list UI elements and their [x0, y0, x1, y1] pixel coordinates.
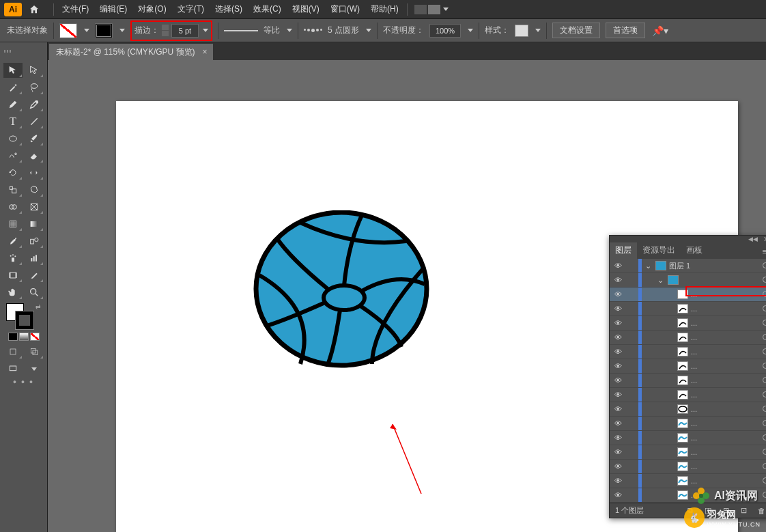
eyedropper-tool[interactable] [3, 234, 23, 249]
fill-swatch[interactable] [59, 23, 77, 38]
free-transform-tool[interactable] [25, 182, 44, 197]
layer-name[interactable]: ... [691, 448, 758, 456]
target-icon[interactable] [758, 276, 766, 284]
expand-toggle[interactable]: ⌄ [643, 262, 653, 270]
column-graph-tool[interactable] [25, 251, 44, 266]
layer-name[interactable]: 图层 1 [669, 261, 758, 271]
layer-row-path[interactable]: 👁... [610, 374, 766, 388]
menu-window[interactable]: 窗口(W) [325, 1, 365, 18]
layer-name[interactable]: ... [691, 348, 758, 356]
target-icon[interactable] [758, 376, 766, 384]
layer-row-path[interactable]: 👁... [610, 431, 766, 445]
color-mode-none[interactable] [30, 333, 40, 341]
target-icon[interactable] [758, 391, 766, 399]
layer-row-path[interactable]: 👁... [610, 316, 766, 331]
layer-row-top[interactable]: 👁 ⌄ 图层 1 [610, 259, 766, 273]
panel-menu-icon[interactable]: ≡ [762, 247, 766, 257]
draw-mode-behind[interactable] [25, 344, 44, 359]
menu-select[interactable]: 选择(S) [210, 1, 248, 18]
target-icon[interactable] [758, 362, 766, 370]
tab-layers[interactable]: 图层 [610, 242, 637, 259]
target-icon[interactable] [758, 462, 766, 471]
visibility-toggle[interactable]: 👁 [610, 262, 626, 270]
expand-toggle[interactable]: ⌄ [655, 276, 665, 285]
layer-name[interactable]: ... [691, 462, 758, 471]
layer-row-path[interactable]: 👁... [610, 417, 766, 431]
layer-name[interactable]: ... [691, 477, 758, 485]
target-icon[interactable] [758, 333, 766, 341]
symbol-sprayer-tool[interactable] [3, 251, 23, 266]
panel-drag-bar[interactable]: ◀◀ ✕ [610, 236, 766, 242]
visibility-toggle[interactable]: 👁 [610, 434, 626, 442]
document-setup-button[interactable]: 文档设置 [552, 23, 600, 38]
scale-tool[interactable] [3, 182, 23, 197]
hand-tool[interactable] [3, 285, 23, 300]
type-tool[interactable]: T [3, 114, 23, 129]
layer-row-path[interactable]: 👁... [610, 331, 766, 345]
fill-stroke-indicator[interactable]: ⇄ [3, 302, 44, 331]
target-icon[interactable] [758, 290, 766, 298]
stroke-weight-input[interactable]: 5 pt [171, 24, 199, 38]
uniform-dropdown[interactable] [287, 29, 292, 32]
curvature-tool[interactable] [25, 97, 44, 112]
layer-row-path[interactable]: 👁... [610, 402, 766, 417]
target-icon[interactable] [758, 305, 766, 313]
slice-tool[interactable] [25, 268, 44, 283]
uniform-label[interactable]: 等比 [264, 25, 280, 36]
paintbrush-tool[interactable] [25, 131, 44, 146]
target-icon[interactable] [758, 262, 766, 270]
layer-name[interactable]: ... [691, 333, 758, 341]
stroke-swatch[interactable] [95, 23, 113, 38]
home-icon[interactable] [27, 3, 41, 16]
ball-artwork[interactable] [253, 210, 430, 374]
blend-tool[interactable] [25, 234, 44, 249]
color-mode-gradient[interactable] [19, 333, 29, 341]
opacity-input[interactable]: 100% [429, 24, 461, 38]
document-tab[interactable]: 未标题-2* @ 115% (CMYK/GPU 预览) × [49, 44, 213, 60]
visibility-toggle[interactable]: 👁 [610, 319, 626, 327]
layer-name[interactable]: ... [691, 405, 758, 413]
visibility-toggle[interactable]: 👁 [610, 491, 626, 499]
visibility-toggle[interactable]: 👁 [610, 276, 626, 284]
visibility-toggle[interactable]: 👁 [610, 391, 626, 399]
collapse-icon[interactable]: ◀◀ [748, 236, 758, 242]
layer-row-path[interactable]: 👁... [610, 445, 766, 460]
style-swatch[interactable] [515, 25, 528, 37]
ellipse-tool[interactable] [3, 131, 23, 146]
layer-name[interactable]: ... [691, 419, 758, 428]
canvas-area[interactable]: ◀◀ ✕ 图层 资源导出 画板 ≡ 👁 ⌄ 图层 1 [48, 60, 766, 532]
screen-mode-dropdown[interactable] [25, 361, 44, 376]
layer-row-path[interactable]: 👁... [610, 302, 766, 316]
target-icon[interactable] [758, 405, 766, 413]
tab-artboards[interactable]: 画板 [681, 242, 708, 259]
visibility-toggle[interactable]: 👁 [610, 362, 626, 370]
magic-wand-tool[interactable] [3, 80, 23, 95]
visibility-toggle[interactable]: 👁 [610, 448, 626, 456]
menu-file[interactable]: 文件(F) [57, 1, 94, 18]
shaper-tool[interactable] [3, 148, 23, 163]
visibility-toggle[interactable]: 👁 [610, 376, 626, 384]
artboard-tool[interactable] [3, 268, 23, 283]
stroke-spinner[interactable] [162, 25, 169, 36]
visibility-toggle[interactable]: 👁 [610, 290, 626, 298]
layer-row-selected[interactable]: 👁 ... [610, 288, 766, 302]
preferences-button[interactable]: 首选项 [606, 23, 645, 38]
layer-row-group[interactable]: 👁 ⌄ [610, 273, 766, 288]
fill-dropdown[interactable] [84, 29, 89, 32]
layer-row-path[interactable]: 👁... [610, 345, 766, 359]
direct-selection-tool[interactable] [25, 63, 44, 78]
menu-object[interactable]: 对象(O) [132, 1, 171, 18]
tab-asset-export[interactable]: 资源导出 [637, 242, 681, 259]
edit-toolbar[interactable]: ● ● ● [3, 378, 44, 388]
perspective-tool[interactable] [25, 199, 44, 214]
menu-help[interactable]: 帮助(H) [365, 1, 404, 18]
stroke-weight-dropdown[interactable] [203, 29, 208, 32]
target-icon[interactable] [758, 319, 766, 327]
draw-mode-normal[interactable] [3, 344, 23, 359]
workspace-switcher[interactable] [414, 5, 449, 14]
visibility-toggle[interactable]: 👁 [610, 348, 626, 356]
close-icon[interactable]: ✕ [763, 235, 766, 244]
target-icon[interactable] [758, 477, 766, 485]
target-icon[interactable] [758, 448, 766, 456]
lasso-tool[interactable] [25, 80, 44, 95]
